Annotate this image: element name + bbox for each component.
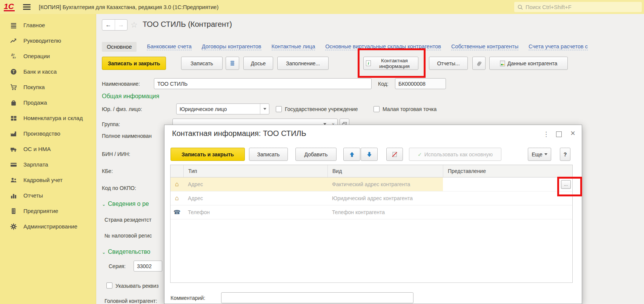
sidebar-item-otchety[interactable]: Отчеты xyxy=(0,188,96,203)
cell-representation[interactable]: ... xyxy=(443,177,572,191)
table-row-address-actual[interactable]: ⌂ Адрес Фактический адрес контрагента ..… xyxy=(171,177,572,191)
reports-button[interactable]: Отчеты... xyxy=(429,57,468,70)
sidebar-item-operacii[interactable]: ДтКт Операции xyxy=(0,48,96,64)
tab-kontaktnye-lica[interactable]: Контактные лица xyxy=(272,43,315,50)
bin-label: БИН / ИИН: xyxy=(102,151,130,157)
sidebar-item-zarplata[interactable]: Зарплата xyxy=(0,157,96,172)
requisites-checkbox[interactable] xyxy=(106,282,112,289)
dialog-title: Контактная информация: ТОО СТИЛЬ xyxy=(172,129,306,138)
sidebar-item-rukovoditelyu[interactable]: Руководителю xyxy=(0,33,96,48)
series-label: Серия: xyxy=(109,263,126,269)
cell-type: Адрес xyxy=(183,191,327,205)
code-label: Код: xyxy=(378,81,389,87)
taxreg-label: № налоговой регис xyxy=(105,233,152,239)
1c-logo: 1С xyxy=(4,3,15,11)
sidebar-item-glavnoe[interactable]: Главное xyxy=(0,17,96,33)
sidebar-label: Главное xyxy=(23,22,45,28)
state-institution-checkbox[interactable] xyxy=(276,106,282,112)
table-row-phone[interactable]: ☎ Телефон Телефон контрагента xyxy=(171,205,572,219)
forward-button[interactable]: → xyxy=(115,20,128,30)
clear-value-button[interactable] xyxy=(386,148,403,161)
arrow-up-icon xyxy=(349,151,355,157)
group-label: Группа: xyxy=(102,121,120,127)
tab-bankovskie-scheta[interactable]: Банковские счета xyxy=(147,43,191,50)
comment-input[interactable] xyxy=(221,292,413,303)
show-in-list-button[interactable] xyxy=(226,57,239,70)
sidebar-item-administrirovanie[interactable]: Администрирование xyxy=(0,219,96,234)
section-certificate[interactable]: ⌄Свидетельство xyxy=(102,248,151,255)
sidebar-label: Продажа xyxy=(23,99,47,106)
sidebar-item-bank-i-kassa[interactable]: Т Банк и касса xyxy=(0,64,96,79)
fill-button[interactable]: Заполнение... xyxy=(277,57,329,70)
sidebar-item-proizvodstvo[interactable]: Производство xyxy=(0,126,96,141)
house-icon: ⌂ xyxy=(175,194,179,202)
check-icon: ✓ xyxy=(418,151,422,157)
sidebar-item-kadrovyi-uchet[interactable]: Кадровый учет xyxy=(0,172,96,188)
cell-representation[interactable] xyxy=(443,205,572,219)
table-row-address-legal[interactable]: ⌂ Адрес Юридический адрес контрагента xyxy=(171,191,572,205)
save-button[interactable]: Записать xyxy=(181,57,223,70)
sidebar-item-prodazha[interactable]: Продажа xyxy=(0,95,96,110)
dialog-more-button[interactable]: Еще xyxy=(528,148,551,161)
tab-virtualnye-sklady[interactable]: Основные виртуальные склады контрагентов xyxy=(325,43,441,50)
column-representation[interactable]: Представление xyxy=(443,165,572,177)
counterparty-data-label: Данные контрагента xyxy=(507,60,558,66)
contact-info-dialog: Контактная информация: ТОО СТИЛЬ ⋮ × Зап… xyxy=(164,125,582,304)
attachments-button[interactable] xyxy=(472,57,486,70)
close-icon[interactable]: × xyxy=(570,128,575,138)
cell-type: Телефон xyxy=(183,205,327,219)
cell-type: Адрес xyxy=(183,177,327,191)
back-button[interactable]: ← xyxy=(102,20,115,30)
sidebar-item-pokupka[interactable]: Покупка xyxy=(0,79,96,95)
help-button[interactable]: ? xyxy=(560,148,570,161)
cell-representation[interactable] xyxy=(443,191,572,205)
sidebar-label: Покупка xyxy=(23,84,45,90)
counterparty-data-button[interactable]: Данные контрагента xyxy=(489,57,568,70)
use-as-main-button[interactable]: ✓ Использовать как основную xyxy=(409,148,501,161)
page-title: ТОО СТИЛЬ (Контрагент) xyxy=(143,20,232,29)
sidebar-label: Кадровый учет xyxy=(23,177,63,183)
svg-text:Т: Т xyxy=(12,70,15,74)
section-resident-info[interactable]: ⌄Сведения о ре xyxy=(102,201,149,207)
chevron-down-icon xyxy=(544,153,547,155)
maximize-icon[interactable] xyxy=(556,131,562,139)
factory-icon xyxy=(10,130,17,137)
tab-sobstvennye-kontragenty[interactable]: Собственные контрагенты xyxy=(451,43,518,50)
dossier-button[interactable]: Досье xyxy=(243,57,273,70)
small-trade-checkbox[interactable] xyxy=(373,106,380,112)
chevron-down-icon: ⌄ xyxy=(102,202,106,207)
series-input[interactable] xyxy=(134,261,162,272)
dialog-save-and-close-button[interactable]: Записать и закрыть xyxy=(171,148,245,161)
name-label: Наименование: xyxy=(102,81,140,87)
legal-entity-select[interactable]: Юридическое лицо xyxy=(176,103,269,114)
more-dots-icon[interactable]: ⋮ xyxy=(543,130,549,138)
sidebar-item-nomenklatura[interactable]: Номенклатура и склад xyxy=(0,110,96,126)
chevron-down-icon: ⌄ xyxy=(102,250,106,255)
use-as-main-label: Использовать как основную xyxy=(424,151,493,157)
column-kind[interactable]: Вид xyxy=(327,165,443,177)
counterparty-doc-icon xyxy=(500,60,505,66)
paperclip-icon xyxy=(476,60,482,66)
column-type[interactable]: Тип xyxy=(183,165,327,177)
dialog-add-button[interactable]: Добавить xyxy=(295,148,337,161)
representation-ellipsis-button[interactable]: ... xyxy=(561,180,571,189)
tab-osnovnoe[interactable]: Основное xyxy=(102,42,137,52)
chevron-down-icon[interactable] xyxy=(260,104,269,114)
move-down-button[interactable] xyxy=(361,148,378,161)
main-menu-icon[interactable] xyxy=(23,4,31,9)
save-and-close-button[interactable]: Записать и закрыть xyxy=(102,57,166,70)
favorite-star-icon[interactable]: ☆ xyxy=(131,20,138,29)
search-input[interactable] xyxy=(525,4,636,11)
dialog-save-button[interactable]: Записать xyxy=(249,148,288,161)
sidebar-item-os-nma[interactable]: ОС и НМА xyxy=(0,141,96,157)
code-input[interactable] xyxy=(395,78,446,89)
name-input[interactable] xyxy=(154,78,372,89)
debit-credit-icon: ДтКт xyxy=(10,53,17,60)
contact-info-button[interactable]: i Контактная информация xyxy=(363,57,418,70)
tab-scheta-ucheta[interactable]: Счета учета расчетов с xyxy=(529,43,588,50)
global-search[interactable] xyxy=(514,2,642,12)
move-up-button[interactable] xyxy=(343,148,360,161)
sidebar-item-predpriyatie[interactable]: Предприятие xyxy=(0,203,96,219)
tab-dogovory[interactable]: Договоры контрагентов xyxy=(202,43,261,50)
building-icon xyxy=(10,208,17,214)
